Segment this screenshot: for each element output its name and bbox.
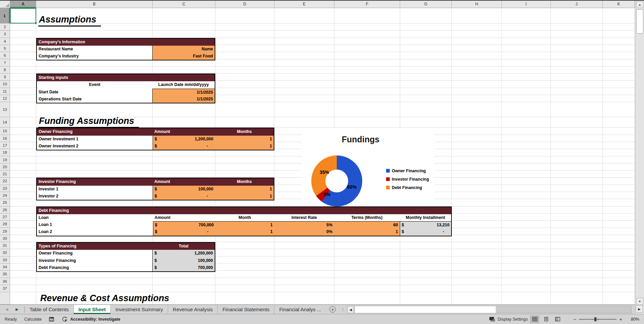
sheet-tab-financial-statements[interactable]: Financial Statements: [218, 305, 274, 314]
row-header-12[interactable]: 12: [0, 95, 10, 102]
start-date-input-cell[interactable]: 1/1/2025: [152, 89, 215, 96]
row-header-27[interactable]: 27: [0, 214, 10, 221]
row-header-4[interactable]: 4: [0, 38, 10, 45]
row-header-3[interactable]: 3: [0, 31, 10, 38]
row-header-32[interactable]: 32: [0, 249, 10, 256]
column-header-I[interactable]: I: [502, 1, 551, 8]
zoom-slider[interactable]: [579, 317, 616, 322]
row-header-11[interactable]: 11: [0, 88, 10, 95]
restaurant-name-input-cell[interactable]: Name: [152, 46, 215, 53]
investor-1-months-cell[interactable]: 1: [215, 186, 274, 193]
row-header-25[interactable]: 25: [0, 199, 10, 206]
loan-1-month-cell[interactable]: 1: [215, 221, 274, 228]
sheet-tab-revenue-analysis[interactable]: Revenue Analysis: [168, 305, 218, 314]
owner-investment-1-months-cell[interactable]: 1: [215, 136, 274, 143]
page-layout-view-button[interactable]: [542, 316, 550, 323]
scroll-left-button[interactable]: ◀: [347, 306, 354, 313]
row-header-22[interactable]: 22: [0, 178, 10, 185]
row-header-19[interactable]: 19: [0, 156, 10, 164]
column-header-J[interactable]: J: [551, 1, 603, 8]
row-header-5[interactable]: 5: [0, 45, 10, 52]
status-accessibility[interactable]: Accessibility: Investigate: [70, 317, 120, 322]
row-header-35[interactable]: 35: [0, 271, 10, 278]
row-header-37[interactable]: 37: [0, 285, 10, 292]
horizontal-scrollbar[interactable]: ◀: [347, 306, 632, 313]
row-header-20[interactable]: 20: [0, 164, 10, 171]
vertical-scroll-thumb[interactable]: [636, 9, 643, 34]
column-header-K[interactable]: K: [603, 1, 635, 8]
all-sheets-menu-icon[interactable]: ⋮: [339, 305, 346, 314]
row-header-29[interactable]: 29: [0, 228, 10, 235]
column-header-D[interactable]: D: [215, 1, 274, 8]
selected-cell-a1[interactable]: [10, 8, 36, 24]
next-sheet-arrow[interactable]: ▶: [15, 307, 18, 312]
page-break-preview-button[interactable]: [553, 316, 562, 323]
loan-1-terms-cell[interactable]: 60: [334, 221, 399, 228]
new-sheet-button[interactable]: +: [326, 305, 339, 314]
row-header-16[interactable]: 16: [0, 135, 10, 142]
sheet-tab-table-of-contents[interactable]: Table of Contents: [25, 305, 74, 314]
sheet-canvas[interactable]: Assumptions Funding Assumptions Revenue …: [10, 8, 635, 305]
row-header-34[interactable]: 34: [0, 264, 10, 271]
column-header-C[interactable]: C: [153, 1, 215, 8]
row-header-10[interactable]: 10: [0, 81, 10, 88]
sheet-tab-investment-summary[interactable]: Investment Summary: [111, 305, 168, 314]
row-header-8[interactable]: 8: [0, 66, 10, 74]
select-all-corner[interactable]: [0, 1, 10, 8]
status-calculate[interactable]: Calculate: [24, 317, 42, 322]
owner-investment-2-months-cell[interactable]: 1: [215, 143, 274, 150]
investor-1-amount-cell[interactable]: $ 100,000: [153, 186, 215, 193]
scroll-up-button[interactable]: ▲: [636, 1, 643, 8]
column-header-H[interactable]: H: [452, 1, 502, 8]
sheet-tab-financial-analysis[interactable]: Financial Analys ...: [274, 305, 326, 314]
row-header-18[interactable]: 18: [0, 149, 10, 156]
investor-2-amount-cell[interactable]: $ -: [153, 193, 215, 200]
horizontal-scroll-thumb[interactable]: [355, 306, 496, 313]
normal-view-button[interactable]: [530, 316, 539, 323]
column-header-B[interactable]: B: [36, 1, 153, 8]
row-header-13[interactable]: 13: [0, 102, 10, 117]
loan-2-month-cell[interactable]: 1: [215, 228, 274, 235]
row-header-21[interactable]: 21: [0, 171, 10, 178]
display-settings-label[interactable]: Display Settings: [498, 317, 528, 322]
fill-handle[interactable]: [35, 22, 37, 24]
sheet-tab-input-sheet[interactable]: Input Sheet: [74, 305, 111, 314]
vertical-scrollbar[interactable]: ▲ ▼: [635, 1, 644, 314]
row-header-24[interactable]: 24: [0, 192, 10, 199]
row-header-30[interactable]: 30: [0, 235, 10, 242]
row-header-31[interactable]: 31: [0, 242, 10, 249]
loan-2-terms-cell[interactable]: 1: [334, 228, 399, 235]
scroll-down-button[interactable]: ▼: [636, 298, 643, 305]
owner-investment-1-amount-cell[interactable]: $ 1,200,000: [153, 136, 215, 143]
loan-1-amount-cell[interactable]: $ 700,000: [153, 221, 215, 228]
operations-start-date-input-cell[interactable]: 1/1/2025: [152, 96, 215, 103]
horizontal-scroll-track[interactable]: [355, 306, 632, 313]
row-header-2[interactable]: 2: [0, 24, 10, 31]
row-header-1[interactable]: 1: [0, 8, 10, 24]
macro-record-icon[interactable]: [49, 317, 54, 322]
column-header-F[interactable]: F: [334, 1, 400, 8]
row-header-17[interactable]: 17: [0, 142, 10, 149]
row-header-33[interactable]: 33: [0, 257, 10, 264]
row-header-26[interactable]: 26: [0, 206, 10, 214]
row-header-7[interactable]: 7: [0, 59, 10, 66]
zoom-percentage[interactable]: 80%: [631, 317, 639, 322]
row-header-14[interactable]: 14: [0, 117, 10, 128]
scroll-right-button[interactable]: ▶: [636, 305, 643, 313]
column-header-E[interactable]: E: [274, 1, 334, 8]
row-header-28[interactable]: 28: [0, 221, 10, 228]
row-header-23[interactable]: 23: [0, 185, 10, 192]
row-header-38[interactable]: [0, 292, 10, 305]
investor-2-months-cell[interactable]: 1: [215, 193, 274, 200]
loan-2-rate-cell[interactable]: 0%: [274, 228, 334, 235]
row-header-6[interactable]: 6: [0, 52, 10, 59]
company-industry-input-cell[interactable]: Fast Food: [152, 53, 215, 60]
row-header-9[interactable]: 9: [0, 74, 10, 81]
loan-1-rate-cell[interactable]: 5%: [274, 221, 334, 228]
zoom-in-button[interactable]: +: [616, 316, 625, 322]
column-header-G[interactable]: G: [400, 1, 452, 8]
donut-chart[interactable]: 60% 5% 35%: [311, 155, 362, 206]
row-header-15[interactable]: 15: [0, 128, 10, 135]
loan-2-amount-cell[interactable]: $ -: [153, 228, 215, 235]
zoom-slider-thumb[interactable]: [594, 317, 596, 321]
